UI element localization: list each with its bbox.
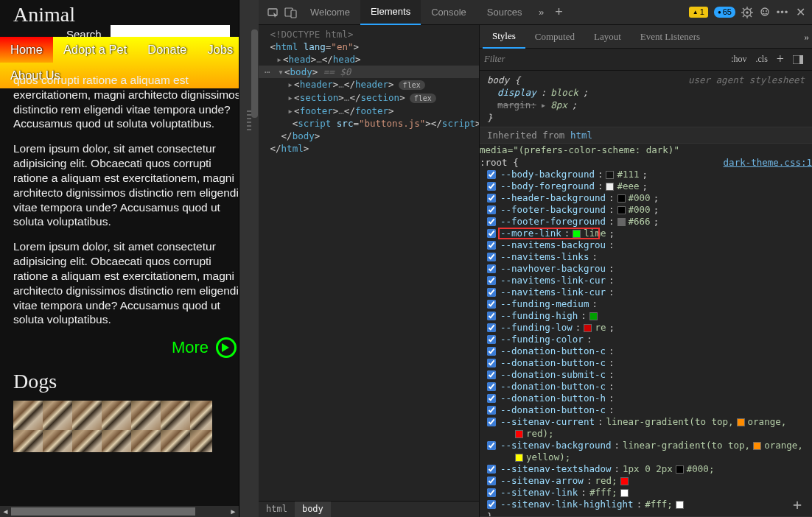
toggle-declaration-checkbox[interactable] xyxy=(487,476,496,485)
toggle-declaration-checkbox[interactable] xyxy=(487,359,496,367)
css-declaration[interactable]: red); xyxy=(480,428,812,440)
css-declaration[interactable]: --sitenav-textshadow: 1px 0 2px #000; xyxy=(480,463,812,475)
toggle-declaration-checkbox[interactable] xyxy=(487,217,496,226)
toggle-declaration-checkbox[interactable] xyxy=(487,276,496,285)
toggle-declaration-checkbox[interactable] xyxy=(487,488,496,497)
css-declaration[interactable]: --funding-medium: xyxy=(480,298,812,310)
toggle-declaration-checkbox[interactable] xyxy=(487,300,496,309)
scrollbar-thumb[interactable] xyxy=(11,507,195,516)
toggle-declaration-checkbox[interactable] xyxy=(487,264,496,273)
menu-icon[interactable]: ••• xyxy=(774,4,791,21)
feedback-icon[interactable] xyxy=(756,4,774,21)
hov-toggle[interactable]: :hov xyxy=(727,54,751,65)
toggle-declaration-checkbox[interactable] xyxy=(487,323,496,332)
breadcrumb-html[interactable]: html xyxy=(259,502,295,517)
toggle-declaration-checkbox[interactable] xyxy=(487,418,496,426)
nav-adopt[interactable]: Adopt a Pet xyxy=(53,37,137,63)
css-declaration[interactable]: --sitenav-link-highlight: #fff; xyxy=(480,499,812,510)
toggle-sidebar-icon[interactable] xyxy=(788,55,808,64)
inspect-icon[interactable] xyxy=(265,4,282,21)
tab-sources[interactable]: Sources xyxy=(477,0,533,25)
toggle-declaration-checkbox[interactable] xyxy=(487,394,496,403)
css-declaration[interactable]: --more-link: lime; xyxy=(480,228,812,239)
css-declaration[interactable]: --donation-button-c: xyxy=(480,381,812,393)
css-declaration[interactable]: --navitems-links: xyxy=(480,251,812,263)
source-link[interactable]: dark-theme.css:1 xyxy=(724,156,812,169)
nav-home[interactable]: Home xyxy=(0,37,53,63)
nav-donate[interactable]: Donate xyxy=(137,37,197,63)
css-declaration[interactable]: --funding-high: xyxy=(480,310,812,322)
tab-console[interactable]: Console xyxy=(421,0,477,25)
styles-filter-input[interactable] xyxy=(484,54,727,65)
root-rule-block[interactable]: media="(prefers-color-scheme: dark)" :ro… xyxy=(480,144,812,517)
selected-dom-body[interactable]: ⋯ ▾<body> == $0 xyxy=(259,66,479,78)
toggle-declaration-checkbox[interactable] xyxy=(487,465,496,474)
toggle-declaration-checkbox[interactable] xyxy=(487,170,496,179)
close-icon[interactable]: ✕ xyxy=(791,4,809,21)
toggle-declaration-checkbox[interactable] xyxy=(487,335,496,344)
css-declaration[interactable]: --body-background: #111; xyxy=(480,169,812,180)
tab-layout[interactable]: Layout xyxy=(584,25,631,49)
css-declaration[interactable]: --sitenav-current: linear-gradient(to to… xyxy=(480,416,812,428)
css-declaration[interactable]: --sitenav-background: linear-gradient(to… xyxy=(480,440,812,451)
flex-badge[interactable]: flex xyxy=(399,80,425,90)
add-rule-icon[interactable]: + xyxy=(788,496,806,513)
toggle-declaration-checkbox[interactable] xyxy=(487,205,496,214)
toggle-declaration-checkbox[interactable] xyxy=(487,288,496,297)
tab-computed[interactable]: Computed xyxy=(525,25,584,49)
breadcrumb-body[interactable]: body xyxy=(295,502,331,517)
inherited-link[interactable]: html xyxy=(570,130,592,141)
scroll-left-icon[interactable]: ◄ xyxy=(0,506,11,517)
css-declaration[interactable]: --donation-button-c: xyxy=(480,345,812,357)
issues-badge[interactable]: 65 xyxy=(714,7,735,18)
vertical-scrollbar-thumb[interactable] xyxy=(251,29,258,118)
css-declaration[interactable]: --navhover-backgrou: xyxy=(480,263,812,275)
toggle-declaration-checkbox[interactable] xyxy=(487,229,496,238)
toggle-declaration-checkbox[interactable] xyxy=(487,241,496,250)
css-declaration[interactable]: --donation-button-c: xyxy=(480,404,812,416)
css-declaration[interactable]: --header-background: #000; xyxy=(480,192,812,204)
settings-icon[interactable] xyxy=(738,4,756,21)
css-declaration[interactable]: --navitems-link-cur: xyxy=(480,286,812,298)
css-declaration[interactable]: --sitenav-link: #fff; xyxy=(480,487,812,499)
flex-badge[interactable]: flex xyxy=(410,94,436,103)
new-style-icon[interactable]: + xyxy=(772,52,788,67)
nav-jobs[interactable]: Jobs xyxy=(197,37,239,63)
css-declaration[interactable]: --donation-button-h: xyxy=(480,393,812,404)
scroll-right-icon[interactable]: ► xyxy=(228,506,239,517)
pane-splitter[interactable] xyxy=(239,0,259,517)
tab-elements[interactable]: Elements xyxy=(360,0,421,25)
css-declaration[interactable]: --funding-color: xyxy=(480,334,812,345)
tab-welcome[interactable]: Welcome xyxy=(300,0,360,25)
css-declaration[interactable]: --funding-low: re; xyxy=(480,322,812,334)
doctype-line[interactable]: <!DOCTYPE html> xyxy=(270,29,354,40)
css-declaration[interactable]: --footer-background: #000; xyxy=(480,204,812,216)
errors-badge[interactable]: 1 xyxy=(689,7,708,18)
toggle-declaration-checkbox[interactable] xyxy=(487,347,496,356)
css-declaration[interactable]: yellow); xyxy=(480,451,812,463)
css-declaration[interactable]: --sitenav-arrow: red; xyxy=(480,475,812,487)
toggle-declaration-checkbox[interactable] xyxy=(487,441,496,450)
device-toggle-icon[interactable] xyxy=(282,4,300,21)
toggle-declaration-checkbox[interactable] xyxy=(487,312,496,320)
toggle-declaration-checkbox[interactable] xyxy=(487,382,496,391)
css-declaration[interactable]: --navitems-backgrou: xyxy=(480,239,812,251)
css-declaration[interactable]: --footer-foreground: #666; xyxy=(480,216,812,228)
tab-event-listeners[interactable]: Event Listeners xyxy=(631,25,710,49)
css-declaration[interactable]: --donation-button-c: xyxy=(480,357,812,369)
more-tabs-icon[interactable]: » xyxy=(805,31,810,43)
css-declaration[interactable]: --navitems-link-cur: xyxy=(480,275,812,286)
toggle-declaration-checkbox[interactable] xyxy=(487,370,496,379)
toggle-declaration-checkbox[interactable] xyxy=(487,194,496,203)
new-tab-icon[interactable]: + xyxy=(550,4,568,21)
tab-styles[interactable]: Styles xyxy=(483,25,525,49)
more-tabs-icon[interactable]: » xyxy=(533,4,550,21)
toggle-declaration-checkbox[interactable] xyxy=(487,500,496,509)
css-declaration[interactable]: --body-foreground: #eee; xyxy=(480,180,812,192)
more-link[interactable]: More xyxy=(172,337,237,358)
horizontal-scrollbar[interactable]: ◄ ► xyxy=(0,506,239,517)
toggle-declaration-checkbox[interactable] xyxy=(487,253,496,261)
css-declaration[interactable]: --donation-submit-c: xyxy=(480,369,812,381)
toggle-declaration-checkbox[interactable] xyxy=(487,182,496,191)
toggle-declaration-checkbox[interactable] xyxy=(487,406,496,415)
